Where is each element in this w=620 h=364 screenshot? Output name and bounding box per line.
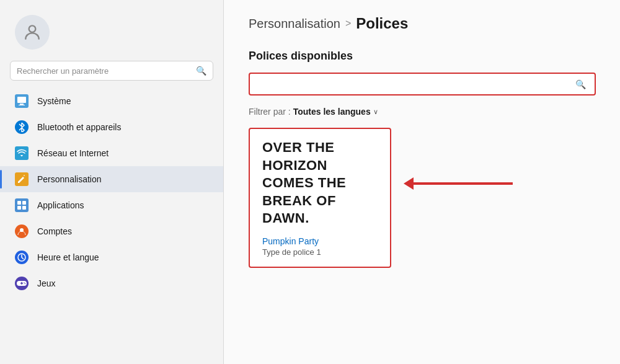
avatar [15,15,50,50]
page-header: Personnalisation > Polices [249,15,595,32]
red-arrow [404,177,513,190]
sidebar-item-system[interactable]: Système [0,88,223,114]
bluetooth-icon [15,120,29,134]
sidebar-item-label: Applications [37,200,84,210]
sidebar-nav: Système Bluetooth et appareils [0,88,223,364]
arrow-head [404,177,414,190]
svg-rect-2 [20,104,24,105]
network-icon [15,146,29,160]
font-preview-text: OVER THE HORIZON COMES THE BREAK OF DAWN… [262,139,378,228]
user-avatar-area [0,6,223,56]
svg-point-13 [24,282,25,283]
sidebar-item-network[interactable]: Réseau et Internet [0,140,223,166]
breadcrumb-separator: > [345,18,351,29]
font-search-input[interactable]: Pumpkin Party [259,79,569,89]
sidebar-item-applications[interactable]: Applications [0,192,223,218]
filter-dropdown[interactable]: Toutes les langues ∨ [293,107,378,117]
sidebar-item-games[interactable]: Jeux [0,270,223,296]
svg-rect-3 [19,105,25,105]
svg-rect-5 [22,201,26,205]
page-title: Polices [356,15,408,32]
sidebar-item-time[interactable]: Heure et langue [0,244,223,270]
svg-rect-7 [22,206,26,210]
time-icon [15,251,29,264]
filter-bar: Filtrer par : Toutes les langues ∨ [249,107,595,117]
filter-label: Filtrer par : [249,107,291,117]
svg-point-0 [29,25,36,32]
games-icon [15,277,29,290]
svg-rect-6 [17,206,21,210]
sidebar-item-label: Jeux [37,278,56,288]
svg-rect-1 [17,97,26,103]
breadcrumb: Personnalisation [249,17,340,31]
filter-value: Toutes les langues [293,107,371,117]
app-layout: 🔍 Système [0,0,620,364]
sidebar-item-label: Personnalisation [37,174,102,184]
accounts-icon [15,224,29,238]
apps-icon [15,198,29,212]
svg-rect-12 [21,282,22,285]
sidebar-item-label: Réseau et Internet [37,148,108,158]
sidebar-search-bar[interactable]: 🔍 [10,61,213,81]
sidebar-item-label: Système [37,96,71,106]
search-icon: 🔍 [196,66,206,76]
search-icon: 🔍 [575,79,586,89]
sidebar-item-accounts[interactable]: Comptes [0,218,223,244]
sidebar: 🔍 Système [0,0,223,364]
font-type: Type de police 1 [262,247,378,257]
section-title: Polices disponibles [249,50,595,63]
sidebar-item-label: Comptes [37,226,72,236]
arrow-line [414,182,513,185]
red-arrow-container [404,177,513,190]
personalization-icon [15,172,29,186]
sidebar-item-label: Bluetooth et appareils [37,122,121,132]
main-content: Personnalisation > Polices Polices dispo… [224,0,620,364]
svg-rect-4 [17,201,21,205]
chevron-down-icon: ∨ [373,108,378,116]
search-input[interactable] [17,66,191,76]
sidebar-item-personalization[interactable]: Personnalisation [0,166,223,192]
font-card[interactable]: OVER THE HORIZON COMES THE BREAK OF DAWN… [249,128,391,268]
sidebar-item-bluetooth[interactable]: Bluetooth et appareils [0,114,223,140]
system-icon [15,94,29,108]
sidebar-item-label: Heure et langue [37,252,99,262]
font-name[interactable]: Pumpkin Party [262,236,378,246]
font-card-section: OVER THE HORIZON COMES THE BREAK OF DAWN… [249,128,595,268]
font-search-bar[interactable]: Pumpkin Party 🔍 [249,73,596,95]
svg-point-14 [25,283,26,285]
